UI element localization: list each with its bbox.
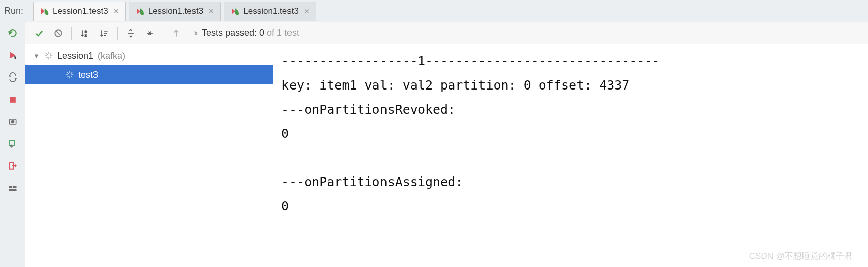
tree-root-label: Lession1 [57, 51, 93, 61]
svg-line-34 [47, 54, 48, 55]
rerun-button[interactable] [7, 27, 19, 39]
svg-point-5 [141, 12, 144, 15]
run-tab-0[interactable]: Lession1.test3 ✕ [33, 2, 126, 21]
separator [117, 27, 118, 40]
tree-item-selected[interactable]: test3 [25, 65, 273, 84]
test-tree[interactable]: ▼ Lession1 (kafka) test3 [25, 44, 273, 267]
separator [163, 27, 163, 40]
console-output[interactable]: ------------------1---------------------… [273, 44, 868, 267]
svg-line-37 [50, 54, 51, 55]
run-header-bar: Run: Lession1.test3 ✕ Lession1.test3 ✕ L… [0, 0, 868, 22]
run-tab-2[interactable]: Lession1.test3 ✕ [224, 2, 316, 21]
left-gutter: 9 [0, 22, 25, 267]
svg-line-36 [47, 57, 48, 58]
tab-label: Lession1.test3 [53, 6, 108, 16]
run-label: Run: [4, 6, 23, 16]
tree-root-qualifier: (kafka) [98, 51, 125, 61]
svg-text:z: z [85, 33, 87, 37]
separator [71, 27, 72, 40]
import-tests-button[interactable] [7, 138, 19, 150]
toggle-auto-test-button[interactable] [7, 71, 19, 83]
test-run-icon [230, 7, 239, 16]
close-icon[interactable]: ✕ [112, 7, 120, 15]
svg-marker-0 [41, 8, 45, 14]
svg-point-8 [236, 12, 239, 15]
chevron-right-icon: ›› [194, 28, 196, 38]
svg-rect-18 [13, 186, 16, 188]
svg-line-21 [56, 31, 60, 35]
main-area: 9 az [0, 22, 868, 267]
svg-line-44 [68, 76, 69, 77]
close-icon[interactable]: ✕ [207, 7, 215, 15]
tests-passed-prefix: Tests passed: [202, 28, 259, 38]
svg-marker-9 [9, 32, 11, 34]
tab-label: Lession1.test3 [243, 6, 299, 16]
svg-text:9: 9 [13, 55, 16, 60]
svg-rect-19 [9, 189, 16, 191]
expand-all-button[interactable] [122, 25, 140, 41]
sort-alphabetically-button[interactable]: az [76, 25, 94, 41]
sort-by-duration-button[interactable] [95, 25, 113, 41]
show-ignored-button[interactable] [49, 25, 67, 41]
tab-label: Lession1.test3 [148, 6, 204, 16]
svg-line-35 [50, 57, 51, 58]
svg-point-2 [45, 12, 48, 15]
svg-marker-6 [232, 8, 235, 14]
test-summary: Tests passed: 0 of 1 test [202, 28, 299, 38]
test-toolbar: az ›› Tests passed: 0 of 1 test [25, 22, 868, 44]
stop-button[interactable] [7, 94, 19, 106]
close-icon[interactable]: ✕ [303, 7, 311, 15]
tree-item-label: test3 [78, 70, 98, 80]
previous-failed-button[interactable] [167, 25, 185, 41]
svg-line-43 [71, 76, 72, 77]
show-passed-button[interactable] [30, 25, 48, 41]
test-run-icon [40, 7, 49, 16]
lower-pane: ▼ Lession1 (kafka) test3 ---------------… [25, 44, 868, 267]
tests-passed-suffix: of 1 test [264, 28, 299, 38]
svg-rect-12 [10, 97, 16, 103]
run-tab-1[interactable]: Lession1.test3 ✕ [129, 2, 221, 21]
layout-button[interactable] [7, 182, 19, 194]
collapse-all-button[interactable] [141, 25, 159, 41]
chevron-down-icon[interactable]: ▼ [33, 52, 40, 60]
loading-icon [65, 70, 74, 79]
svg-line-45 [71, 73, 72, 74]
dump-threads-button[interactable] [7, 116, 19, 128]
svg-point-14 [11, 121, 14, 123]
content-panel: az ›› Tests passed: 0 of 1 test [25, 22, 868, 267]
svg-rect-17 [9, 186, 12, 188]
tests-passed-count: 0 [259, 28, 264, 38]
test-run-icon [135, 7, 144, 16]
rerun-failed-button[interactable]: 9 [7, 49, 19, 61]
exit-button[interactable] [7, 160, 19, 172]
svg-line-42 [68, 73, 69, 74]
run-tabs: Lession1.test3 ✕ Lession1.test3 ✕ Lessio… [33, 0, 319, 22]
svg-marker-3 [137, 8, 140, 14]
tree-root-row[interactable]: ▼ Lession1 (kafka) [25, 46, 273, 65]
loading-icon [44, 51, 53, 60]
